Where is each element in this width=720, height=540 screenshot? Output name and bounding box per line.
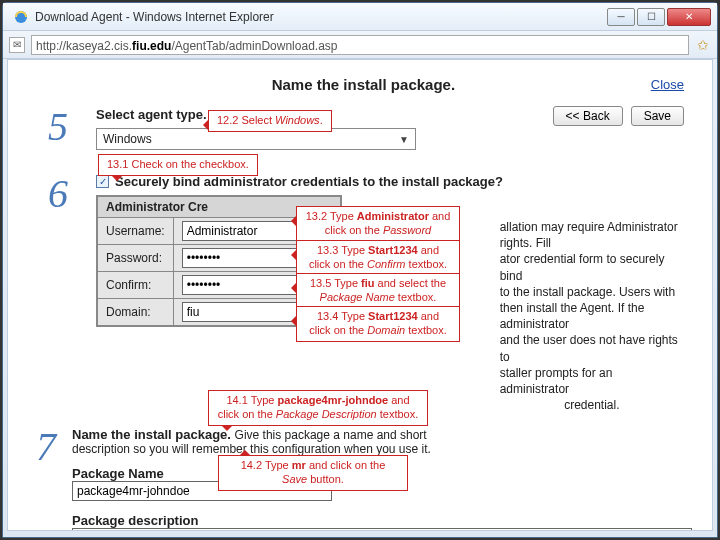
- callout-13-1: 13.1 Check on the checkbox.: [98, 154, 258, 176]
- confirm-label: Confirm:: [97, 272, 173, 299]
- bind-credentials-checkbox[interactable]: ✓: [96, 175, 109, 188]
- page-icon: ✉: [9, 37, 25, 53]
- agent-type-value: Windows: [103, 132, 152, 146]
- window-title: Download Agent - Windows Internet Explor…: [35, 10, 607, 24]
- url-input[interactable]: http://kaseya2.cis.fiu.edu/AgentTab/admi…: [31, 35, 689, 55]
- titlebar: Download Agent - Windows Internet Explor…: [3, 3, 717, 31]
- callout-14-1: 14.1 Type package4mr-johndoe and click o…: [208, 390, 428, 426]
- page-header: Name the install package. Close: [36, 76, 684, 93]
- callout-13-3: 13.3 Type Start1234 and click on the Con…: [296, 240, 460, 276]
- browser-window: Download Agent - Windows Internet Explor…: [2, 2, 718, 538]
- favorites-icon[interactable]: ✩: [695, 37, 711, 53]
- address-bar: ✉ http://kaseya2.cis.fiu.edu/AgentTab/ad…: [3, 31, 717, 59]
- package-lead-1: Give this package a name and short: [235, 428, 427, 442]
- step-5-number: 5: [36, 107, 80, 147]
- username-label: Username:: [97, 218, 173, 245]
- back-button[interactable]: << Back: [553, 106, 623, 126]
- close-window-button[interactable]: ✕: [667, 8, 711, 26]
- callout-12-2: 12.2 Select Windows.: [208, 110, 332, 132]
- agent-type-label: Select agent type.: [96, 107, 207, 122]
- page-content: Name the install package. Close << Back …: [7, 59, 713, 531]
- maximize-button[interactable]: ☐: [637, 8, 665, 26]
- bind-credentials-label: Securely bind administrator credentials …: [115, 174, 503, 189]
- package-desc-input[interactable]: [72, 528, 692, 531]
- page-title: Name the install package.: [76, 76, 651, 93]
- callout-13-5: 13.5 Type fiu and select the Package Nam…: [296, 273, 460, 309]
- chevron-down-icon: ▼: [399, 134, 409, 145]
- callout-13-4: 13.4 Type Start1234 and click on the Dom…: [296, 306, 460, 342]
- window-controls: ─ ☐ ✕: [607, 8, 711, 26]
- password-label: Password:: [97, 245, 173, 272]
- package-lead-bold: Name the install package.: [72, 427, 231, 442]
- domain-label: Domain:: [97, 299, 173, 327]
- callout-14-2: 14.2 Type mr and click on the Save butto…: [218, 455, 408, 491]
- close-link[interactable]: Close: [651, 77, 684, 92]
- url-host: fiu.edu: [132, 39, 171, 53]
- url-path: /AgentTab/adminDownload.asp: [171, 39, 337, 53]
- top-buttons: << Back Save: [553, 106, 684, 126]
- url-prefix: http://kaseya2.cis.: [36, 39, 132, 53]
- ie-icon: [13, 9, 29, 25]
- step-6-number: 6: [36, 174, 80, 214]
- step-7-number: 7: [36, 427, 56, 467]
- minimize-button[interactable]: ─: [607, 8, 635, 26]
- save-button[interactable]: Save: [631, 106, 684, 126]
- package-desc-label: Package description: [72, 513, 692, 528]
